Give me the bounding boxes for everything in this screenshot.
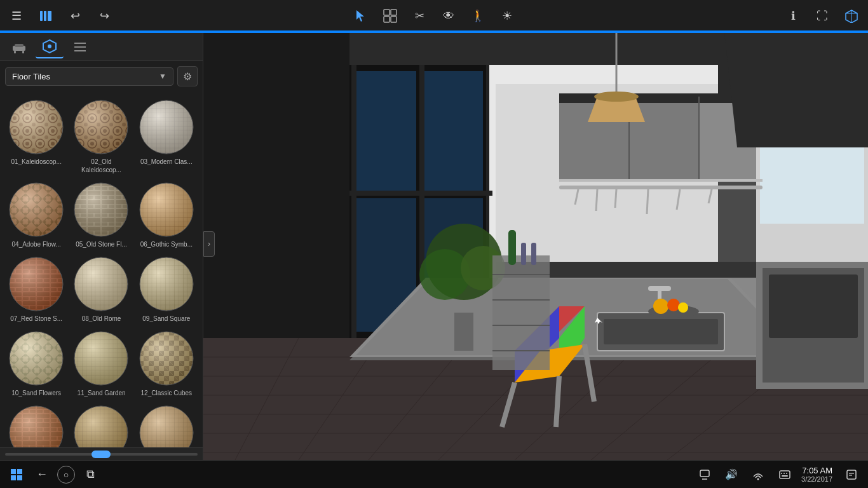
material-name-10: 10_Sand Flowers — [11, 389, 61, 397]
collapse-panel-button[interactable]: › — [203, 231, 215, 257]
panel-scrollbar — [0, 447, 203, 460]
material-sphere-13 — [8, 405, 64, 447]
cursor-tool-icon[interactable] — [352, 7, 370, 25]
material-sphere-7 — [8, 256, 64, 312]
svg-point-239 — [667, 299, 680, 311]
svg-rect-271 — [559, 186, 763, 189]
action-center-icon[interactable] — [841, 464, 862, 485]
svg-rect-1 — [44, 11, 46, 21]
material-item-6[interactable]: 06_Gothic Symb... — [135, 179, 198, 251]
material-item-2[interactable]: 02_Old Kaleidoscop... — [70, 97, 132, 177]
material-sphere-3 — [139, 99, 194, 155]
material-sphere-15 — [139, 405, 194, 447]
material-item-8[interactable]: 08_Old Rome — [70, 254, 132, 325]
material-name-9: 09_Sand Square — [142, 315, 190, 323]
svg-rect-4 — [384, 10, 390, 15]
material-item-9[interactable]: 09_Sand Square — [135, 254, 198, 325]
material-item-7[interactable]: 07_Red Stone S... — [5, 254, 67, 325]
eye-icon[interactable]: 👁 — [440, 7, 458, 25]
svg-rect-235 — [648, 286, 671, 291]
kitchen-scene — [203, 33, 868, 460]
material-name-2: 02_Old Kaleidoscop... — [72, 158, 130, 174]
material-sphere-8 — [73, 256, 129, 312]
material-sphere-6 — [139, 182, 194, 238]
material-grid: 01_Kaleidoscop... 0 — [0, 92, 203, 447]
tab-materials[interactable] — [36, 36, 64, 58]
svg-rect-12 — [14, 51, 16, 53]
settings-button[interactable]: ⚙ — [177, 66, 198, 86]
menu-icon[interactable]: ☰ — [8, 7, 25, 25]
group-icon[interactable] — [381, 7, 399, 25]
start-button[interactable] — [6, 464, 27, 485]
svg-rect-203 — [356, 71, 416, 192]
svg-rect-5 — [391, 10, 397, 15]
tab-furniture[interactable] — [5, 36, 33, 58]
top-toolbar: ☰ ↩ ↪ ✂ 👁 🚶 ☀ ℹ ⛶ — [0, 0, 868, 33]
material-name-1: 01_Kaleidoscop... — [11, 158, 62, 166]
notifications-icon[interactable] — [695, 464, 715, 485]
material-sphere-9 — [139, 256, 194, 312]
sun-icon[interactable]: ☀ — [498, 7, 516, 25]
walk-icon[interactable]: 🚶 — [469, 7, 487, 25]
material-name-12: 12_Classic Cubes — [141, 389, 193, 397]
scrollbar-track — [5, 453, 198, 456]
material-name-6: 06_Gothic Symb... — [140, 240, 193, 248]
material-name-7: 07_Red Stone S... — [10, 315, 62, 323]
material-item-4[interactable]: 04_Adobe Flow... — [5, 179, 67, 251]
keyboard-icon[interactable] — [775, 464, 795, 485]
svg-marker-270 — [724, 33, 868, 147]
material-item-1[interactable]: 01_Kaleidoscop... — [5, 97, 67, 177]
svg-rect-210 — [349, 191, 492, 196]
category-label: Floor Tiles — [12, 72, 50, 81]
chevron-right-icon: › — [208, 240, 210, 248]
scrollbar-thumb[interactable] — [92, 451, 111, 458]
svg-rect-252 — [492, 255, 550, 370]
svg-line-274 — [615, 189, 616, 208]
time-display: 7:05 AM — [802, 466, 832, 475]
svg-rect-289 — [780, 471, 790, 478]
material-item-12[interactable]: 12_Classic Cubes — [135, 328, 198, 400]
material-sphere-10 — [8, 330, 64, 386]
cut-icon[interactable]: ✂ — [410, 7, 428, 25]
material-item-13[interactable]: 13_Classic Ashlar — [5, 402, 67, 447]
category-dropdown[interactable]: Floor Tiles ▼ — [5, 67, 173, 86]
svg-rect-279 — [521, 243, 526, 265]
viewport[interactable] — [203, 33, 868, 460]
undo-icon[interactable]: ↩ — [66, 7, 84, 25]
material-item-11[interactable]: 11_Sand Garden — [70, 328, 132, 400]
left-panel: Floor Tiles ▼ ⚙ — [0, 33, 203, 460]
material-item-15[interactable]: 15_Classic Old C... — [135, 402, 198, 447]
material-item-3[interactable]: 03_Modern Clas... — [135, 97, 198, 177]
redo-icon[interactable]: ↪ — [95, 7, 113, 25]
material-name-4: 04_Adobe Flow... — [12, 240, 61, 248]
svg-rect-280 — [531, 243, 536, 265]
svg-point-137 — [10, 406, 63, 447]
svg-rect-294 — [847, 470, 856, 479]
svg-marker-3 — [356, 10, 364, 22]
material-sphere-5 — [73, 182, 129, 238]
material-item-5[interactable]: 05_Old Stone Fl... — [70, 179, 132, 251]
svg-rect-0 — [40, 11, 43, 21]
volume-icon[interactable]: 🔊 — [721, 464, 742, 485]
svg-line-273 — [596, 189, 597, 211]
home-button[interactable]: ○ — [57, 466, 75, 484]
system-time[interactable]: 7:05 AM 3/22/2017 — [801, 466, 832, 483]
material-item-10[interactable]: 10_Sand Flowers — [5, 328, 67, 400]
cube3d-icon[interactable] — [843, 7, 860, 25]
svg-rect-281 — [559, 179, 763, 182]
panel-tabs — [0, 33, 203, 61]
back-button[interactable]: ← — [32, 464, 52, 485]
info-icon[interactable]: ℹ — [784, 7, 802, 25]
network-icon[interactable] — [748, 464, 768, 485]
svg-point-155 — [140, 406, 193, 447]
svg-rect-278 — [508, 230, 516, 265]
multitask-button[interactable]: ⧉ — [80, 464, 100, 485]
material-sphere-12 — [139, 330, 194, 386]
svg-rect-13 — [22, 51, 24, 53]
material-item-14[interactable]: 14_Sand Classic — [70, 402, 132, 447]
svg-line-246 — [556, 376, 559, 427]
svg-rect-233 — [604, 319, 718, 344]
library-icon[interactable] — [37, 7, 55, 25]
tab-list[interactable] — [66, 36, 94, 58]
layout-icon[interactable]: ⛶ — [813, 7, 831, 25]
